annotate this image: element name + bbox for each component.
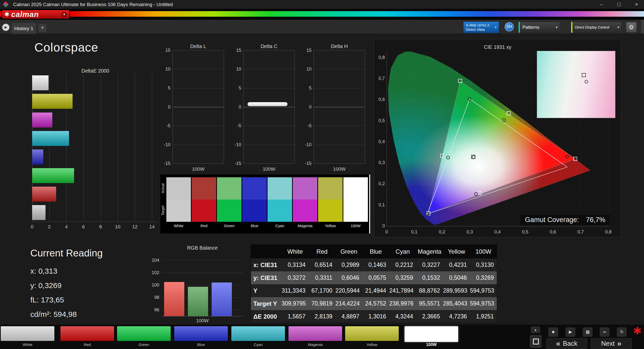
pattern-button-cyan[interactable]	[231, 326, 285, 341]
logo-text: calman	[11, 10, 39, 19]
calman-logo[interactable]: ✱ calman ▼	[1, 10, 70, 19]
table-cell: 0,2212	[389, 258, 416, 271]
history-tab[interactable]: History 1	[11, 23, 36, 34]
table-cell: 238,9976	[389, 297, 416, 310]
gridline	[314, 69, 365, 69]
table-cell: 21,4944	[362, 284, 389, 297]
close-button[interactable]: ×	[629, 0, 644, 9]
coverage-label: Gamut Coverage:	[525, 216, 579, 224]
gridline	[525, 52, 526, 226]
settings-gear-button[interactable]: ⚙	[626, 22, 636, 32]
y-tick-label: 0,5	[374, 118, 385, 123]
gridline	[243, 107, 295, 107]
display-control-dropdown[interactable]: Direct Display Control ▼	[571, 22, 622, 33]
reading-cdm2: cd/m²: 594,98	[30, 307, 103, 321]
actual-swatch	[242, 177, 267, 200]
run-button[interactable]: ▶	[2, 24, 10, 31]
chevron-down-icon: ▼	[494, 26, 497, 29]
gridline	[173, 88, 224, 88]
x-axis-label: 100W	[172, 166, 224, 172]
save-button[interactable]: ▦	[583, 328, 592, 337]
deltae-bar-yellow	[32, 94, 73, 109]
x-tick-label: 6	[82, 224, 85, 230]
maximize-button[interactable]: □	[611, 0, 627, 9]
gridline	[442, 52, 442, 226]
refresh-button[interactable]: ↻	[617, 328, 627, 337]
table-cell: 70,9819	[308, 297, 335, 310]
pattern-button-100w[interactable]	[405, 326, 458, 342]
y-tick-label: -10	[305, 142, 312, 147]
y-tick-label: -15	[305, 161, 312, 166]
x-tick-label: 0,5	[522, 229, 528, 235]
pattern-label: White	[1, 342, 54, 347]
table-cell: 0,3259	[389, 271, 416, 284]
pattern-button-blue[interactable]	[174, 326, 228, 341]
meter-name: X-Rite i1Pro 2	[466, 23, 492, 27]
y-tick-label: 0,2	[374, 181, 385, 186]
gridline	[415, 52, 415, 226]
alert-asterisk-icon[interactable]: ✱	[633, 325, 642, 336]
back-button[interactable]: « Back	[546, 338, 587, 349]
y-tick-label: 0	[309, 104, 312, 110]
table-cell: 0,3134	[282, 258, 308, 271]
gridline	[498, 52, 498, 226]
x-axis-label: 100W	[243, 166, 295, 172]
next-button[interactable]: Next »	[591, 338, 632, 349]
delta-h-plot: 151050-5-10-15	[314, 50, 365, 164]
target-swatch	[268, 200, 292, 222]
logo-dropdown-arrow-icon[interactable]: ▼	[61, 12, 67, 17]
y-tick-label: 0	[239, 104, 241, 110]
stop-button[interactable]: ■	[548, 328, 558, 337]
patterns-dropdown[interactable]: Patterns ▼	[519, 22, 560, 33]
minimize-button[interactable]: –	[594, 0, 609, 9]
calman-flower-icon: ✱	[4, 11, 9, 18]
y-tick-label: 0,8	[374, 55, 385, 60]
y-tick-label: 10	[165, 67, 170, 72]
pattern-window-button[interactable]	[530, 335, 542, 348]
table-cell: 594,9753	[470, 297, 497, 310]
delta-value-bar	[248, 102, 287, 106]
delta-l-chart: Delta L 151050-5-10-15 100W	[172, 43, 224, 175]
back-chevron-icon: «	[556, 339, 560, 348]
y-tick-label: 0,3	[374, 160, 385, 165]
table-cell: 0,3130	[470, 258, 497, 271]
play-button[interactable]: ▶	[566, 328, 575, 337]
actual-row-label: Actual	[161, 177, 166, 200]
white-target-marker	[582, 73, 586, 77]
pattern-button-magenta[interactable]	[288, 326, 342, 341]
column-header: Cyan	[389, 245, 416, 258]
pattern-button-yellow[interactable]	[345, 326, 399, 341]
gridline	[470, 52, 470, 226]
x-tick-label: 0,2	[439, 229, 445, 235]
x-axis-label: 100W	[314, 166, 365, 172]
column-header: Red	[308, 245, 335, 258]
target-row-label: Target	[161, 200, 166, 222]
meter-badge[interactable]: 234	[505, 22, 514, 31]
link-button[interactable]: ∞	[600, 328, 609, 337]
measured-marker-green	[468, 97, 471, 101]
chevron-down-icon: ▼	[555, 26, 558, 29]
row-label: y: CIE31	[251, 271, 282, 284]
table-cell: 0,3311	[308, 271, 335, 284]
y-tick-label: 104	[152, 257, 159, 263]
x-tick-label: 14	[149, 224, 154, 230]
meter-dropdown[interactable]: X-Rite i1Pro 2 Direct View ▼	[463, 22, 499, 33]
y-tick-label: 15	[306, 48, 312, 53]
x-tick-label: 12	[132, 224, 138, 230]
table-cell: 289,9593	[443, 284, 470, 297]
swatch-panel: Actual Target WhiteRedGreenBlueCyanMagen…	[160, 174, 370, 233]
gridline	[173, 145, 224, 145]
actual-swatch	[268, 177, 292, 200]
next-label: Next	[601, 340, 614, 347]
chart-title: Delta L	[172, 43, 224, 49]
table-cell: 0,0575	[362, 271, 389, 284]
actual-swatch	[318, 177, 343, 200]
chart-title: CIE 1931 xy	[374, 44, 621, 50]
gridline	[173, 107, 224, 107]
pattern-button-green[interactable]	[117, 326, 171, 341]
table-row: y: CIE310,32720,33110,60460,05750,32590,…	[251, 271, 497, 284]
add-tab-button[interactable]: +	[38, 24, 47, 32]
pattern-button-red[interactable]	[60, 326, 114, 341]
pattern-button-white[interactable]	[1, 326, 54, 341]
scroll-up-button[interactable]: ▲	[531, 326, 540, 333]
